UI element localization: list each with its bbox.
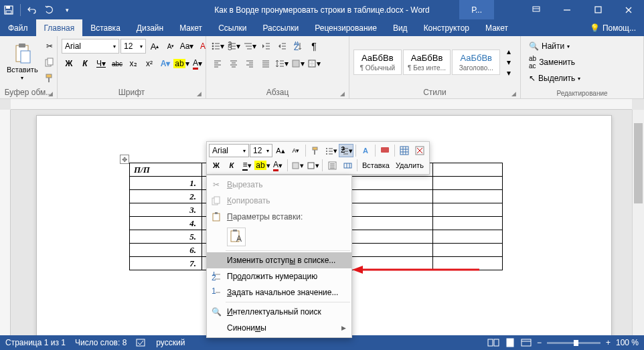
ctx-synonyms[interactable]: Синонимы▶ xyxy=(207,320,351,336)
styles-more-icon[interactable]: ▾ xyxy=(501,68,516,78)
status-page[interactable]: Страница 1 из 1 xyxy=(5,338,66,347)
view-web-icon[interactable] xyxy=(521,338,532,347)
mini-insert-label[interactable]: Вставка xyxy=(359,161,392,169)
number-cell[interactable]: 6. xyxy=(130,244,202,257)
change-case-icon[interactable]: Aa▾ xyxy=(179,39,194,54)
mini-italic-button[interactable]: К xyxy=(224,159,239,172)
mini-cell-align-icon[interactable] xyxy=(325,159,339,172)
tab-table-design[interactable]: Конструктор xyxy=(416,19,477,36)
maximize-icon[interactable] xyxy=(582,0,613,19)
tab-review[interactable]: Рецензирование xyxy=(307,19,385,36)
zoom-out-icon[interactable]: − xyxy=(537,338,542,347)
mini-font-color-icon[interactable]: A▾ xyxy=(270,159,285,172)
mini-grow-font-icon[interactable]: A▴ xyxy=(273,144,288,157)
horizontal-ruler[interactable] xyxy=(11,99,632,110)
zoom-level[interactable]: 100 % xyxy=(616,338,639,347)
launcher-icon[interactable]: ◢ xyxy=(48,90,53,97)
mini-shrink-font-icon[interactable]: A▾ xyxy=(289,144,303,157)
align-left-icon[interactable] xyxy=(210,56,225,71)
align-right-icon[interactable] xyxy=(242,56,257,71)
number-cell[interactable]: 5. xyxy=(130,230,202,244)
text-effects-icon[interactable]: A▾ xyxy=(158,56,173,71)
tab-layout[interactable]: Макет xyxy=(171,19,210,36)
number-cell[interactable]: 7. xyxy=(130,257,202,270)
styles-up-icon[interactable]: ▴ xyxy=(501,46,516,57)
close-icon[interactable] xyxy=(613,0,644,19)
ctx-copy[interactable]: Копировать xyxy=(207,193,351,209)
multilevel-icon[interactable]: ▾ xyxy=(242,39,257,54)
italic-button[interactable]: К xyxy=(78,56,92,71)
shading-icon[interactable]: ▾ xyxy=(291,56,305,71)
tab-references[interactable]: Ссылки xyxy=(210,19,254,36)
zoom-in-icon[interactable]: + xyxy=(606,338,611,347)
table-move-handle-icon[interactable]: ✥ xyxy=(120,155,129,164)
ctx-continue-numbering[interactable]: 12Продолжить нумерацию xyxy=(207,268,351,284)
redo-icon[interactable] xyxy=(44,4,56,16)
status-word-count[interactable]: Число слов: 8 xyxy=(75,338,127,347)
launcher-icon[interactable]: ◢ xyxy=(197,90,202,97)
tab-table-layout[interactable]: Макет xyxy=(477,19,516,36)
tab-insert[interactable]: Вставка xyxy=(82,19,129,36)
shrink-font-icon[interactable]: A▾ xyxy=(163,39,178,54)
vertical-scrollbar[interactable] xyxy=(632,110,644,335)
mini-autofit-icon[interactable] xyxy=(340,159,355,172)
undo-icon[interactable] xyxy=(26,4,38,16)
numbering-icon[interactable]: 123▾ xyxy=(226,39,241,54)
ribbon-options-icon[interactable] xyxy=(521,0,552,19)
underline-button[interactable]: Ч▾ xyxy=(94,56,108,71)
save-icon[interactable] xyxy=(3,4,15,16)
status-spellcheck-icon[interactable] xyxy=(136,338,147,347)
view-print-icon[interactable] xyxy=(505,338,515,347)
mini-numbering-icon[interactable]: 12▾ xyxy=(339,144,353,157)
style-no-spacing[interactable]: АаБбВв¶ Без инте... xyxy=(403,50,451,75)
strike-button[interactable]: abc xyxy=(110,56,125,71)
superscript-button[interactable]: x² xyxy=(142,56,157,71)
highlight-icon[interactable]: ab▾ xyxy=(174,56,189,71)
mini-table-delete-icon[interactable] xyxy=(412,144,427,157)
font-size-combo[interactable]: 12▾ xyxy=(120,39,146,54)
styles-down-icon[interactable]: ▾ xyxy=(501,57,516,68)
select-button[interactable]: ↖Выделить▾ xyxy=(526,72,583,84)
qat-customize-icon[interactable]: ▾ xyxy=(61,4,73,16)
view-read-icon[interactable] xyxy=(487,338,499,347)
tab-mailings[interactable]: Рассылки xyxy=(254,19,307,36)
number-cell[interactable]: 2. xyxy=(130,190,202,203)
mini-bold-button[interactable]: Ж xyxy=(209,159,224,172)
mini-font-combo[interactable]: Arial▾ xyxy=(209,144,249,157)
scrollbar-thumb[interactable] xyxy=(634,123,643,203)
font-color-icon[interactable]: A▾ xyxy=(190,56,205,71)
mini-size-combo[interactable]: 12▾ xyxy=(250,144,272,157)
number-cell[interactable]: 1. xyxy=(130,177,202,190)
number-cell[interactable]: 4. xyxy=(130,217,202,230)
bullets-icon[interactable]: ▾ xyxy=(210,39,225,54)
table-tools-context-tab[interactable]: Р... xyxy=(459,0,494,19)
paste-button[interactable]: Вставить ▾ xyxy=(3,41,42,82)
replace-button[interactable]: abacЗаменить xyxy=(526,54,578,71)
style-heading1[interactable]: АаБбВвЗаголово... xyxy=(452,50,500,75)
mini-new-comment-icon[interactable] xyxy=(378,144,392,157)
cut-icon[interactable]: ✂ xyxy=(42,39,57,54)
subscript-button[interactable]: x₂ xyxy=(126,56,141,71)
minimize-icon[interactable] xyxy=(552,0,582,19)
tab-home[interactable]: Главная xyxy=(36,19,83,36)
ctx-set-numbering-value[interactable]: 1Задать начальное значение... xyxy=(207,284,351,300)
mini-bullets-icon[interactable]: ▾ xyxy=(323,144,338,157)
sort-icon[interactable]: AZ xyxy=(291,39,305,54)
tab-view[interactable]: Вид xyxy=(385,19,416,36)
mini-highlight-icon[interactable]: ab▾ xyxy=(255,159,270,172)
font-name-combo[interactable]: Arial▾ xyxy=(62,39,119,54)
tell-me[interactable]: 💡Помощ... xyxy=(582,19,644,36)
borders-icon[interactable]: ▾ xyxy=(307,56,321,71)
style-normal[interactable]: АаБбВв¶ Обычный xyxy=(353,50,402,75)
status-language[interactable]: русский xyxy=(156,338,185,347)
ctx-smart-lookup[interactable]: 🔍Интеллектуальный поиск xyxy=(207,304,351,320)
mini-table-insert-icon[interactable] xyxy=(397,144,412,157)
align-center-icon[interactable] xyxy=(226,56,241,71)
grow-font-icon[interactable]: A▴ xyxy=(147,39,162,54)
ctx-cut[interactable]: ✂Вырезать xyxy=(207,177,351,193)
ctx-adjust-list-indents[interactable]: Изменить отступы в списке... xyxy=(207,252,351,268)
format-painter-icon[interactable] xyxy=(42,71,57,86)
header-cell[interactable]: П/П xyxy=(130,163,202,177)
copy-icon[interactable] xyxy=(42,55,57,70)
mini-shading-icon[interactable]: ▾ xyxy=(290,159,305,172)
